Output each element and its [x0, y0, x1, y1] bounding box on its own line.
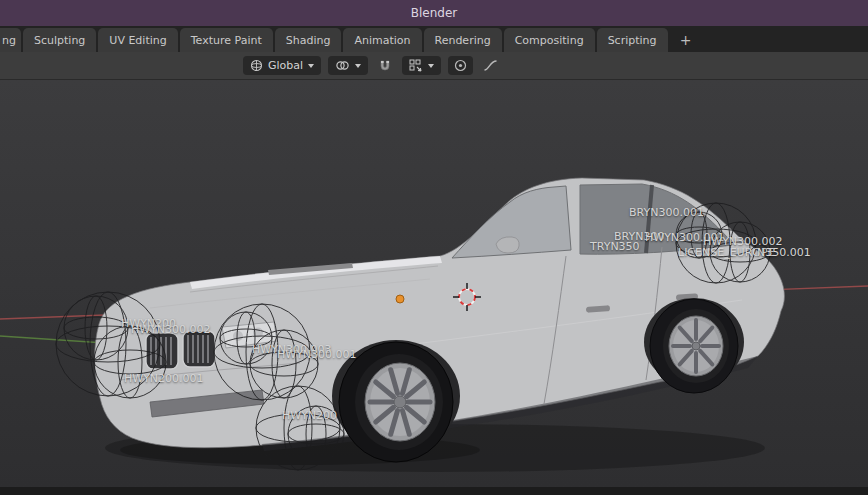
window-titlebar: Blender [0, 0, 868, 26]
side-mirror [496, 237, 519, 253]
object-label: BRYN300.001 [629, 207, 704, 219]
proportional-falloff-icon [483, 59, 498, 72]
transform-controls: Global [243, 56, 501, 75]
object-label: HWYN200.001 [124, 373, 204, 385]
blender-window: Blender ng Sculpting UV Editing Texture … [0, 0, 868, 495]
workspace-tabbar: ng Sculpting UV Editing Texture Paint Sh… [0, 26, 868, 52]
tab-animation[interactable]: Animation [343, 28, 421, 52]
tab-compositing[interactable]: Compositing [504, 28, 595, 52]
window-title: Blender [411, 6, 458, 20]
chevron-down-icon [308, 64, 314, 68]
tab-uv-editing[interactable]: UV Editing [98, 28, 177, 52]
viewport-header: Global [0, 52, 868, 80]
tab-sculpting[interactable]: Sculpting [23, 28, 96, 52]
object-label: HWYN300.001 [277, 349, 357, 361]
chevron-down-icon [428, 64, 434, 68]
viewport-3d[interactable] [0, 80, 868, 487]
snap-settings-dropdown[interactable] [402, 56, 441, 75]
pivot-point-dropdown[interactable] [328, 56, 368, 75]
tab-rendering[interactable]: Rendering [424, 28, 502, 52]
add-workspace-button[interactable]: + [674, 28, 698, 52]
editor-divider[interactable] [0, 487, 868, 495]
viewport-scene [0, 80, 868, 487]
tab-texture-paint[interactable]: Texture Paint [180, 28, 273, 52]
tab-shading[interactable]: Shading [275, 28, 342, 52]
transform-orientation-value: Global [268, 59, 303, 72]
snap-magnet-icon [378, 59, 392, 73]
object-label: HWYN300.002 [131, 324, 211, 336]
snap-target-icon [409, 59, 423, 72]
object-label: N350.001 [757, 247, 811, 259]
transform-orientation-icon [250, 59, 263, 72]
pivot-point-icon [335, 59, 350, 72]
object-label: TRYN350 [590, 241, 640, 253]
tab-scripting[interactable]: Scripting [597, 28, 668, 52]
proportional-falloff-dropdown[interactable] [480, 56, 501, 75]
snap-toggle-button[interactable] [375, 56, 395, 75]
object-label: HWYN200 [282, 410, 337, 422]
rear-wheel [650, 299, 738, 393]
proportional-editing-icon [454, 59, 467, 72]
proportional-editing-toggle[interactable] [448, 56, 473, 75]
chevron-down-icon [355, 64, 361, 68]
object-origin-dot[interactable] [396, 295, 404, 303]
transform-orientation-dropdown[interactable]: Global [243, 56, 321, 75]
tab-modeling-partial[interactable]: ng [0, 28, 21, 52]
